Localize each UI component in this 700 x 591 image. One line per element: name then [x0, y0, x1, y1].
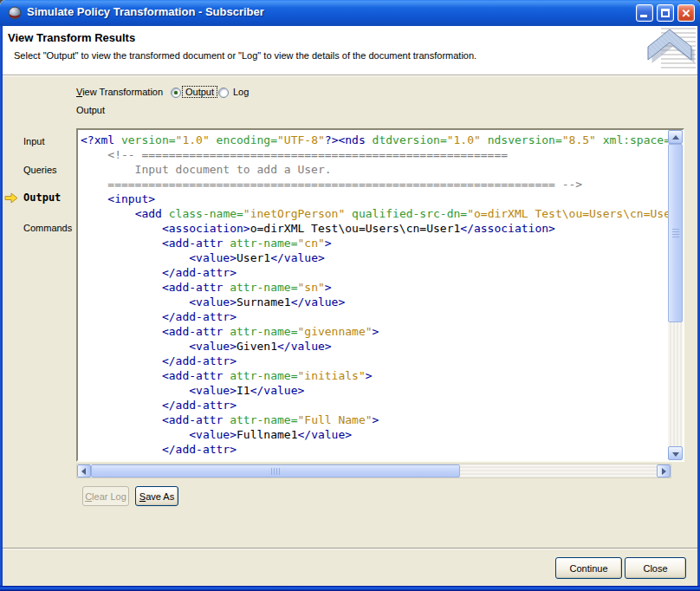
sidebar: InputQueriesOutputCommands — [0, 128, 76, 267]
window-title: Simulate Policy Transformation - Subscri… — [27, 5, 264, 18]
window-border-left — [0, 26, 3, 586]
sidebar-item-commands[interactable]: Commands — [0, 222, 76, 236]
sidebar-item-output[interactable]: Output — [0, 192, 76, 205]
thumb-grip — [271, 468, 280, 475]
up-arrow-icon — [672, 135, 679, 140]
vertical-scrollbar[interactable] — [668, 130, 683, 460]
output-radio-label[interactable]: Output — [183, 87, 217, 97]
code-line: <add-attr attr-name="initials"> — [81, 368, 668, 383]
scroll-down-button[interactable] — [668, 446, 683, 460]
page-title: View Transform Results — [8, 31, 135, 44]
sidebar-item-input[interactable]: Input — [0, 135, 76, 149]
sidebar-item-label: Commands — [23, 223, 72, 233]
sidebar-item-label: Output — [23, 192, 61, 204]
left-arrow-icon — [81, 468, 86, 475]
code-line: <add-attr attr-name="cn"> — [81, 236, 668, 250]
clear-log-button[interactable]: Clear Log — [82, 486, 129, 506]
titlebar-close-button[interactable]: ✕ — [677, 4, 695, 22]
code-line: <association>o=dirXML Test\ou=Users\cn=U… — [81, 221, 668, 236]
vertical-scroll-thumb[interactable] — [668, 144, 683, 322]
code-line: ========================================… — [81, 177, 668, 192]
app-icon — [8, 6, 22, 20]
active-step-arrow-icon — [4, 192, 18, 205]
dialog-window: Simulate Policy Transformation - Subscri… — [0, 0, 700, 591]
code-line: <add-attr attr-name="Full Name"> — [81, 412, 668, 427]
code-line: </add-attr> — [81, 265, 668, 280]
code-line: <value>User1</value> — [81, 250, 668, 265]
code-line: Input document to add a User. — [81, 162, 668, 177]
code-line: </add-attr> — [81, 309, 668, 324]
save-as-button[interactable]: Save As — [135, 486, 178, 506]
page-description: Select "Output" to view the transformed … — [14, 50, 476, 61]
continue-button[interactable]: Continue — [555, 557, 622, 579]
code-line: <value>I1</value> — [81, 383, 668, 398]
output-radio[interactable] — [171, 88, 181, 98]
code-line: <add class-name="inetOrgPerson" qualifie… — [81, 206, 668, 221]
scroll-left-button[interactable] — [77, 464, 91, 477]
maximize-icon — [661, 9, 670, 17]
scroll-up-button[interactable] — [668, 130, 683, 144]
thumb-grip — [672, 229, 679, 237]
footer-separator — [3, 548, 697, 549]
view-transformation-label: View Transformation — [76, 87, 163, 97]
code-line: <add-attr attr-name="givenname"> — [81, 324, 668, 339]
code-line: </add-attr> — [81, 398, 668, 412]
horizontal-scrollbar[interactable] — [76, 464, 671, 478]
log-radio-label[interactable]: Log — [230, 87, 251, 97]
xml-output-panel[interactable]: <?xml version="1.0" encoding="UTF-8"?><n… — [76, 128, 684, 462]
code-line: <!-- ===================================… — [81, 147, 668, 162]
titlebar[interactable]: Simulate Policy Transformation - Subscri… — [0, 0, 700, 26]
wizard-chevron-icon — [644, 26, 696, 76]
code-line: <input> — [81, 192, 668, 206]
code-line: <?xml version="1.0" encoding="UTF-8"?><n… — [81, 133, 668, 147]
down-arrow-icon — [672, 452, 679, 457]
right-arrow-icon — [662, 468, 666, 475]
sidebar-item-label: Input — [23, 136, 44, 146]
code-line: </add-attr> — [81, 442, 668, 457]
close-button[interactable]: Close — [625, 557, 686, 579]
scroll-right-button[interactable] — [657, 464, 671, 477]
code-line: <value>Given1</value> — [81, 339, 668, 354]
code-line: </add-attr> — [81, 354, 668, 368]
maximize-button[interactable] — [657, 4, 674, 22]
log-radio[interactable] — [218, 88, 229, 98]
window-border-bottom — [0, 586, 700, 591]
minimize-button[interactable] — [636, 4, 653, 22]
sidebar-item-queries[interactable]: Queries — [0, 164, 76, 178]
output-section-label: Output — [76, 105, 105, 115]
code-line: <value>Fullname1</value> — [81, 427, 668, 442]
close-icon: ✕ — [678, 6, 694, 22]
wizard-header: View Transform Results Select "Output" t… — [3, 26, 697, 75]
code-line: <value>Surname1</value> — [81, 295, 668, 309]
header-separator — [3, 75, 697, 76]
horizontal-scroll-thumb[interactable] — [91, 464, 460, 477]
sidebar-item-label: Queries — [23, 165, 57, 175]
code-line: <add-attr attr-name="sn"> — [81, 280, 668, 295]
xml-code: <?xml version="1.0" encoding="UTF-8"?><n… — [78, 130, 668, 460]
minimize-icon — [640, 15, 647, 17]
